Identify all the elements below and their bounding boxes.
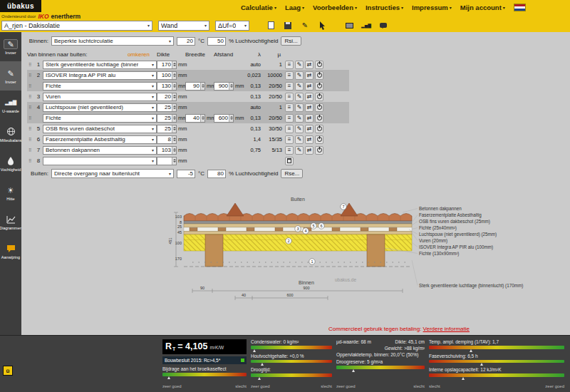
- drag-handle-icon[interactable]: ⠿: [28, 115, 34, 121]
- row-edit-icon[interactable]: ✎: [295, 125, 304, 133]
- row-menu-icon[interactable]: ≡: [285, 71, 294, 80]
- breedte-input[interactable]: 90: [185, 82, 205, 91]
- drag-handle-icon[interactable]: ⠿: [28, 148, 34, 153]
- row-edit-icon[interactable]: ✎: [295, 103, 304, 112]
- row-edit-icon[interactable]: ✎: [295, 146, 304, 155]
- sidebar-item-vochtigheid[interactable]: Vochtigheid: [0, 149, 21, 178]
- row-toggle-icon[interactable]: [315, 61, 323, 69]
- sidebar-item-diagrammen[interactable]: Diagrammen: [0, 207, 21, 237]
- project-select[interactable]: A_rjen - Dakisolatie▾: [1, 21, 152, 31]
- material-select[interactable]: ISOVER Integra AP PIR alu▾: [43, 71, 157, 80]
- material-select[interactable]: OSB fins vuren dakbeschot▾: [43, 125, 157, 133]
- sidebar-item-hitte[interactable]: ☀ Hitte: [0, 178, 21, 207]
- afstand-input[interactable]: 600: [214, 114, 234, 123]
- save-icon[interactable]: [282, 20, 294, 31]
- row-menu-icon[interactable]: ≡: [285, 146, 294, 155]
- menu-calculatie[interactable]: Calculatie▾: [241, 4, 276, 11]
- row-edit-icon[interactable]: ✎: [295, 82, 304, 91]
- binnen-condition-select[interactable]: Beperkte luchtcirculatie▾: [51, 36, 174, 46]
- stepper-icon[interactable]: [200, 115, 204, 122]
- dikte-input[interactable]: 130: [157, 82, 177, 91]
- stepper-icon[interactable]: [172, 158, 176, 165]
- stepper-icon[interactable]: [172, 93, 176, 100]
- rse-button[interactable]: Rse...: [281, 169, 303, 178]
- screen-icon[interactable]: [343, 20, 355, 31]
- sidebar-item-milieubalans[interactable]: Milieubalans: [0, 120, 21, 149]
- stepper-icon[interactable]: [172, 136, 176, 143]
- material-select[interactable]: Fichte▾: [43, 114, 157, 123]
- row-menu-icon[interactable]: ≡: [285, 125, 294, 133]
- row-toggle-icon[interactable]: [315, 103, 323, 112]
- row-toggle-icon[interactable]: [315, 146, 323, 155]
- material-select[interactable]: Luchtspouw (niet geventileerd)▾: [43, 103, 157, 112]
- stepper-icon[interactable]: [172, 125, 176, 133]
- menu-mijn-account[interactable]: Mijn account▾: [460, 4, 505, 11]
- stepper-icon[interactable]: [200, 83, 204, 90]
- material-select[interactable]: Faserzementplatte Asbesthaltig▾: [43, 135, 157, 144]
- stepper-icon[interactable]: [229, 83, 233, 90]
- row-toggle-icon[interactable]: [315, 135, 323, 144]
- menu-laag[interactable]: Laag▾: [285, 4, 304, 11]
- row-swap-icon[interactable]: ⇄: [305, 135, 314, 144]
- row-swap-icon[interactable]: ⇄: [305, 103, 314, 112]
- drag-handle-icon[interactable]: ⠿: [28, 73, 34, 78]
- drag-handle-icon[interactable]: ⠿: [28, 83, 34, 89]
- sidebar-item-u-waarde[interactable]: ▂▅▇ U-waarde: [0, 91, 21, 120]
- row-delete-icon[interactable]: [285, 157, 294, 165]
- dikte-input[interactable]: 25: [157, 114, 177, 123]
- material-select[interactable]: Betonnen dakpannen▾: [43, 146, 157, 155]
- menu-instructies[interactable]: Instructies▾: [366, 4, 403, 11]
- ubakus-badge-icon[interactable]: ü: [3, 366, 13, 376]
- dikte-input[interactable]: 8: [157, 135, 177, 144]
- drag-handle-icon[interactable]: ⠿: [28, 158, 34, 164]
- material-select[interactable]: ▾: [43, 157, 157, 165]
- dikte-input[interactable]: 170: [157, 61, 177, 69]
- drag-handle-icon[interactable]: ⠿: [28, 62, 34, 68]
- row-toggle-icon[interactable]: [315, 125, 323, 133]
- row-swap-icon[interactable]: ⇄: [305, 125, 314, 133]
- drag-handle-icon[interactable]: ⠿: [28, 126, 34, 132]
- sidebar-item-invoer-1[interactable]: ✎ Invoer: [0, 32, 21, 61]
- component-type-select[interactable]: Wand▾: [158, 21, 209, 31]
- row-edit-icon[interactable]: ✎: [295, 114, 304, 123]
- sidebar-item-aanwijzing[interactable]: Aanwijzing: [0, 237, 21, 266]
- new-document-icon[interactable]: [265, 20, 276, 31]
- dikte-input[interactable]: 20: [157, 93, 177, 101]
- buiten-humidity-input[interactable]: 80: [207, 170, 226, 178]
- row-toggle-icon[interactable]: [315, 114, 323, 123]
- menu-voorbeelden[interactable]: Voorbeelden▾: [313, 4, 357, 11]
- row-swap-icon[interactable]: ⇄: [305, 71, 314, 80]
- row-menu-icon[interactable]: ≡: [285, 135, 294, 144]
- dikte-input[interactable]: 25: [157, 103, 177, 112]
- dikte-input[interactable]: [157, 157, 177, 165]
- row-menu-icon[interactable]: ≡: [285, 114, 294, 123]
- stepper-icon[interactable]: [172, 104, 176, 111]
- dikte-input[interactable]: 103: [157, 146, 177, 155]
- buiten-temp-input[interactable]: -5: [177, 170, 195, 178]
- row-toggle-icon[interactable]: [315, 82, 323, 91]
- dikte-input[interactable]: 25: [157, 125, 177, 133]
- row-swap-icon[interactable]: ⇄: [305, 146, 314, 155]
- du-correction-select[interactable]: ΔUf=0▾: [215, 21, 249, 31]
- row-swap-icon[interactable]: ⇄: [305, 61, 314, 69]
- drag-handle-icon[interactable]: ⠿: [28, 94, 34, 100]
- row-toggle-icon[interactable]: [315, 93, 323, 101]
- verdere-informatie-link[interactable]: Verdere informatie: [423, 326, 470, 332]
- row-edit-icon[interactable]: ✎: [295, 61, 304, 69]
- row-menu-icon[interactable]: ≡: [285, 103, 294, 112]
- row-swap-icon[interactable]: ⇄: [305, 114, 314, 123]
- row-edit-icon[interactable]: ✎: [295, 93, 304, 101]
- stepper-icon[interactable]: [229, 115, 233, 122]
- cursor-icon[interactable]: [316, 20, 328, 31]
- stepper-icon[interactable]: [172, 147, 176, 154]
- stepper-icon[interactable]: [172, 115, 176, 122]
- row-edit-icon[interactable]: ✎: [295, 71, 304, 80]
- row-edit-icon[interactable]: ✎: [295, 135, 304, 144]
- material-select[interactable]: Sterk geventileerde luchtlage (binner▾: [43, 61, 157, 69]
- material-select[interactable]: Vuren▾: [43, 93, 157, 101]
- binnen-humidity-input[interactable]: 50: [207, 37, 226, 46]
- afstand-input[interactable]: 900: [214, 82, 234, 91]
- omkeren-link[interactable]: omkeren: [128, 51, 150, 58]
- buiten-condition-select[interactable]: Directe overgang naar buitenlucht▾: [51, 169, 174, 178]
- row-menu-icon[interactable]: ≡: [285, 93, 294, 101]
